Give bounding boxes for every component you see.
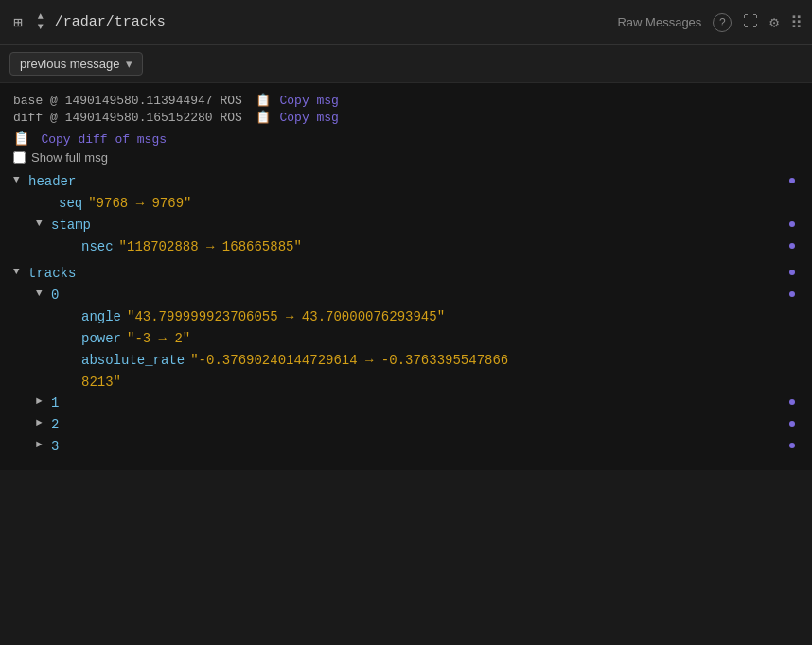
- absolute-rate-value-part1: "-0.37690240144729614 → -0.3763395547866: [190, 353, 799, 368]
- power-value: "-3 → 2": [127, 331, 190, 346]
- stamp-dot: [789, 221, 795, 227]
- base-label: base @: [13, 94, 58, 108]
- message-nav: previous message ▾: [0, 45, 812, 83]
- tree-row-track-0: ▼ 0: [13, 288, 799, 308]
- copy-diff-link[interactable]: Copy diff of msgs: [41, 132, 167, 147]
- tree-row-track-3: ► 3: [13, 439, 799, 460]
- base-ros-badge: ROS: [220, 94, 241, 108]
- base-meta-line: base @ 1490149580.113944947 ROS 📋 Copy m…: [13, 93, 799, 108]
- expand-collapse-icon[interactable]: ⊞: [9, 11, 26, 34]
- dropdown-arrow-icon: ▾: [126, 57, 132, 71]
- tree-row-track-2: ► 2: [13, 417, 799, 438]
- show-full-label: Show full msg: [31, 150, 108, 165]
- diff-ros-badge: ROS: [220, 111, 241, 125]
- tracks-dot: [789, 270, 795, 275]
- help-icon[interactable]: ?: [713, 13, 732, 32]
- track3-expand-icon[interactable]: ►: [36, 439, 45, 450]
- nsec-value: "118702888 → 168665885": [119, 239, 302, 254]
- diff-label: diff @: [13, 111, 58, 125]
- tree-row-track-1: ► 1: [13, 395, 799, 416]
- track3-key: 3: [51, 439, 59, 454]
- diff-copy-link[interactable]: Copy msg: [280, 111, 339, 125]
- track2-key: 2: [51, 417, 59, 432]
- tree-row-header: ▼ header: [13, 174, 799, 195]
- prev-message-label: previous message: [20, 57, 120, 71]
- track0-dot: [789, 291, 795, 297]
- tree-row-tracks: ▼ tracks: [13, 266, 799, 287]
- grid-icon[interactable]: ⠿: [790, 12, 803, 33]
- nsec-key: nsec: [81, 239, 114, 254]
- tracks-expand-icon[interactable]: ▼: [13, 266, 23, 277]
- nsec-dot: [789, 243, 795, 249]
- track2-dot: [789, 421, 795, 427]
- settings-icon[interactable]: ⚙: [769, 13, 779, 32]
- track1-dot: [789, 399, 795, 405]
- toolbar-left: ⊞ ▲▼ /radar/tracks: [9, 10, 608, 34]
- topic-path: /radar/tracks: [55, 14, 166, 30]
- absolute-rate-key: absolute_rate: [81, 353, 185, 368]
- track3-dot: [789, 443, 795, 448]
- copy-diff-clip-icon: 📋: [13, 131, 29, 147]
- tree-row-stamp: ▼ stamp: [13, 218, 799, 238]
- toolbar: ⊞ ▲▼ /radar/tracks Raw Messages ? ⛶ ⚙ ⠿: [0, 0, 812, 45]
- absolute-rate-value-part2: 8213": [81, 375, 121, 390]
- show-full-line: Show full msg: [13, 150, 799, 165]
- angle-key: angle: [81, 309, 121, 324]
- prev-message-button[interactable]: previous message ▾: [9, 52, 143, 76]
- content-area: base @ 1490149580.113944947 ROS 📋 Copy m…: [0, 83, 812, 470]
- diff-clip-icon: 📋: [256, 111, 271, 125]
- header-key: header: [28, 174, 76, 189]
- diff-meta-line: diff @ 1490149580.165152280 ROS 📋 Copy m…: [13, 110, 799, 125]
- stamp-expand-icon[interactable]: ▼: [36, 218, 45, 229]
- tree-row-absolute-rate: absolute_rate "-0.37690240144729614 → -0…: [13, 353, 799, 374]
- header-expand-icon[interactable]: ▼: [13, 174, 23, 185]
- track2-expand-icon[interactable]: ►: [36, 417, 45, 428]
- track1-expand-icon[interactable]: ►: [36, 395, 45, 407]
- raw-messages-label: Raw Messages: [617, 15, 701, 29]
- base-copy-link[interactable]: Copy msg: [280, 94, 339, 108]
- toolbar-right: Raw Messages ? ⛶ ⚙ ⠿: [617, 12, 803, 33]
- up-down-icon[interactable]: ▲▼: [34, 10, 47, 34]
- track0-expand-icon[interactable]: ▼: [36, 288, 45, 299]
- show-full-checkbox[interactable]: [13, 151, 26, 164]
- fullscreen-icon[interactable]: ⛶: [743, 13, 758, 31]
- tracks-key: tracks: [28, 266, 76, 281]
- stamp-key: stamp: [51, 218, 91, 233]
- power-key: power: [81, 331, 121, 346]
- base-clip-icon: 📋: [256, 94, 271, 108]
- track0-key: 0: [51, 288, 59, 303]
- angle-value: "43.799999923706055 → 43.70000076293945": [127, 309, 799, 324]
- seq-key: seq: [59, 196, 82, 211]
- tree-row-seq: seq "9768 → 9769": [13, 196, 799, 217]
- tree-row-angle: angle "43.799999923706055 → 43.700000762…: [13, 309, 799, 330]
- tree-row-power: power "-3 → 2": [13, 331, 799, 352]
- base-timestamp: 1490149580.113944947: [65, 94, 213, 108]
- diff-timestamp: 1490149580.165152280: [65, 111, 213, 125]
- track1-key: 1: [51, 395, 59, 410]
- absolute-rate-continuation: 8213": [13, 375, 799, 390]
- message-tree: ▼ header seq "9768 → 9769" ▼ stamp nsec …: [13, 174, 799, 460]
- header-dot: [789, 178, 795, 183]
- seq-value: "9768 → 9769": [88, 196, 191, 211]
- tree-row-nsec: nsec "118702888 → 168665885": [13, 239, 799, 260]
